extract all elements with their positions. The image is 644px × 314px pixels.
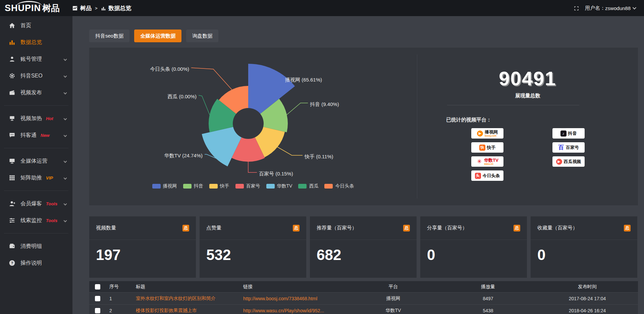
legend-item-播视网[interactable]: 播视网 — [152, 183, 177, 189]
legend-label: 西瓜 — [309, 183, 318, 189]
stat-card-value: 682 — [310, 240, 417, 263]
row-checkbox[interactable] — [95, 308, 100, 313]
pie-label-抖音: 抖音 (9.40%) — [310, 101, 339, 107]
sidebar-item-全媒体运营[interactable]: 全媒体运营 — [0, 154, 72, 168]
breadcrumb-root[interactable]: 树品 — [80, 4, 92, 12]
username-area[interactable]: 用户名： zswodun88 — [585, 5, 635, 11]
pie-label-line — [191, 68, 232, 90]
tab-询盘数据[interactable]: 询盘数据 — [186, 30, 218, 42]
video-url-link[interactable]: http://www.wasu.cn/Play/show/id/952... — [240, 308, 347, 313]
百家号-logo-icon: 百 — [558, 145, 564, 151]
chevron-down-icon — [64, 202, 67, 205]
pie-label-快手: 快手 (0.11%) — [304, 154, 333, 159]
stat-cards-row: 视频数量总197点赞量总532推荐量（百家号）总682分享量（百家号）总0收藏量… — [89, 216, 638, 278]
stat-card-value: 0 — [531, 240, 637, 263]
table-cell: 8497 — [439, 296, 537, 301]
platform-badge-快手: 快快手 — [471, 142, 503, 153]
total-impressions-label: 展现量总数 — [417, 93, 638, 99]
legend-label: 华数TV — [277, 183, 292, 189]
chevron-down-icon — [64, 176, 67, 179]
platform-badge-西瓜视频: ▶西瓜视频 — [552, 156, 585, 167]
tab-抖音seo数据[interactable]: 抖音seo数据 — [89, 30, 129, 42]
sidebar-item-消费明细[interactable]: 消费明细 — [0, 239, 72, 254]
sidebar-badge-new: New — [41, 133, 50, 138]
sidebar-item-label: 会员爆客 — [20, 200, 42, 207]
sidebar-item-数据总览[interactable]: 数据总览 — [0, 35, 72, 50]
row-checkbox[interactable] — [95, 296, 100, 301]
breadcrumb-current[interactable]: 数据总览 — [109, 4, 131, 12]
platform-sub: wasu.cn — [484, 163, 498, 165]
sidebar-item-视频加热[interactable]: 视频加热Hot — [0, 111, 72, 126]
legend-swatch — [183, 184, 192, 189]
video-title-link[interactable]: 室外水纹灯和室内水纹灯的区别和简介 — [132, 296, 240, 302]
legend-label: 今日头条 — [335, 183, 354, 189]
legend-label: 播视网 — [163, 183, 177, 189]
legend-swatch — [235, 184, 244, 189]
legend-item-华数TV[interactable]: 华数TV — [266, 183, 292, 189]
sidebar-item-抖音SEO[interactable]: 抖音SEO — [0, 68, 72, 83]
sidebar-item-首页[interactable]: 首页 — [0, 18, 72, 33]
fullscreen-icon[interactable] — [574, 6, 579, 11]
video-publish-icon — [9, 89, 15, 96]
platform-name: 西瓜视频 — [564, 159, 581, 164]
breadcrumb: 树品 > 数据总览 — [72, 4, 131, 12]
legend-label: 抖音 — [194, 183, 203, 189]
sidebar-item-线索监控[interactable]: 线索监控Tools — [0, 213, 72, 228]
trend-chart-icon — [72, 6, 77, 11]
chat-icon — [9, 132, 15, 139]
legend-item-抖音[interactable]: 抖音 — [183, 183, 203, 189]
stat-card-title: 收藏量（百家号） — [537, 225, 578, 231]
chevron-down-icon — [64, 57, 67, 61]
logo-text-cn: 树品 — [42, 2, 60, 14]
logo-text-en: SHUPIN — [5, 3, 41, 14]
table-row[interactable]: 1室外水纹灯和室内水纹灯的区别和简介http://www.boosj.com/7… — [89, 293, 638, 305]
chevron-down-icon — [64, 117, 67, 120]
monitor-icon — [9, 158, 15, 164]
pie-slice-华数TV[interactable] — [202, 127, 241, 166]
legend-swatch — [152, 184, 161, 189]
legend-item-百家号[interactable]: 百家号 — [235, 183, 260, 189]
sidebar-item-视频发布[interactable]: 视频发布 — [0, 85, 72, 100]
platform-badge-播视网: ▶播视网boosj.com — [471, 128, 503, 139]
total-badge: 总 — [182, 225, 189, 231]
column-header-发布时间: 发布时间 — [537, 284, 638, 290]
table-header-row: 序号标题链接平台播放量发布时间 — [89, 281, 638, 293]
legend-item-快手[interactable]: 快手 — [209, 183, 229, 189]
stat-card-value: 532 — [200, 240, 306, 263]
stat-card-header: 分享量（百家号）总 — [420, 216, 527, 240]
sidebar-divider — [4, 105, 68, 106]
sidebar-item-账号管理[interactable]: 账号管理 — [0, 52, 72, 66]
gear-icon — [9, 72, 15, 79]
select-all-checkbox[interactable] — [95, 284, 100, 290]
tab-全媒体运营数据[interactable]: 全媒体运营数据 — [134, 30, 181, 42]
legend-item-西瓜[interactable]: 西瓜 — [298, 183, 318, 189]
legend-item-今日头条[interactable]: 今日头条 — [324, 183, 354, 189]
column-header-链接: 链接 — [240, 284, 347, 290]
sidebar-item-抖客通[interactable]: 抖客通New — [0, 128, 72, 143]
video-title-link[interactable]: 楼体投影灯投影效果震撼上市 — [132, 308, 240, 314]
video-url-link[interactable]: http://www.boosj.com/7338468.html — [240, 296, 347, 301]
table-row[interactable]: 2楼体投影灯投影效果震撼上市http://www.wasu.cn/Play/sh… — [89, 305, 638, 314]
table-cell: 1 — [106, 296, 132, 301]
table-cell: 2017-08-24 17:04 — [537, 296, 638, 301]
chart-legend: 播视网抖音快手百家号华数TV西瓜今日头条 — [89, 183, 417, 189]
chevron-down-icon — [64, 91, 67, 94]
platform-name: 抖音 — [568, 131, 577, 136]
西瓜视频-logo-icon: ▶ — [556, 159, 562, 165]
sidebar-item-label: 消费明细 — [20, 243, 42, 250]
stat-card-header: 点赞量总 — [200, 216, 306, 240]
stat-card-header: 视频数量总 — [89, 216, 196, 240]
stat-card-点赞量: 点赞量总532 — [200, 216, 306, 278]
total-badge: 总 — [624, 225, 631, 231]
pie-label-百家号: 百家号 (0.15%) — [259, 171, 293, 176]
sidebar-badge-tools: Tools — [46, 201, 57, 206]
platform-name: 今日头条 — [483, 173, 500, 178]
sidebar-item-会员爆客[interactable]: 会员爆客Tools — [0, 196, 72, 211]
sidebar-item-操作说明[interactable]: ?操作说明 — [0, 256, 72, 270]
platform-badge-华数TV: ✳华数TVwasu.cn — [471, 156, 503, 167]
stat-card-title: 视频数量 — [96, 225, 116, 231]
platform-name: 百家号 — [566, 145, 579, 150]
chevron-down-icon — [64, 74, 67, 77]
sidebar-item-矩阵助推[interactable]: 矩阵助推VIP — [0, 170, 72, 185]
sidebar-item-label: 全媒体运营 — [20, 158, 47, 165]
